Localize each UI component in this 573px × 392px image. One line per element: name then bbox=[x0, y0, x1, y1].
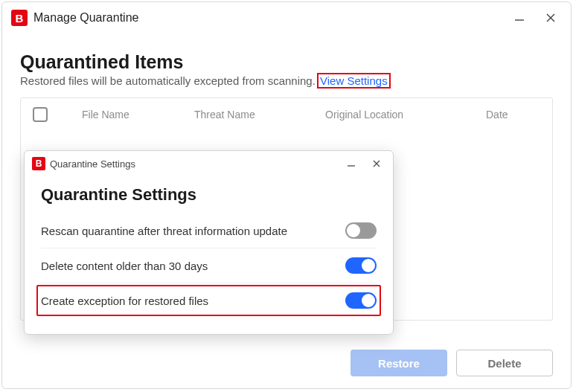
setting-label: Delete content older than 30 days bbox=[41, 260, 208, 272]
toggle-create-exception[interactable] bbox=[345, 292, 377, 309]
setting-rescan-quarantine: Rescan quarantine after threat informati… bbox=[41, 213, 377, 248]
close-button[interactable] bbox=[538, 8, 563, 28]
window-titlebar: B Manage Quarantine bbox=[2, 2, 571, 30]
toggle-rescan-quarantine[interactable] bbox=[345, 222, 377, 239]
modal-close-button[interactable] bbox=[366, 155, 387, 172]
view-settings-link[interactable]: View Settings bbox=[318, 74, 389, 87]
column-original-location: Original Location bbox=[325, 109, 459, 121]
modal-titlebar: B Quarantine Settings bbox=[25, 151, 393, 172]
column-threat-name: Threat Name bbox=[194, 109, 298, 121]
app-logo-icon: B bbox=[11, 10, 28, 26]
quarantine-settings-dialog: B Quarantine Settings Quarantine Setting… bbox=[24, 150, 394, 335]
subtitle-text: Restored files will be automatically exc… bbox=[20, 74, 316, 87]
app-logo-icon: B bbox=[32, 157, 45, 170]
window-title: Manage Quarantine bbox=[33, 11, 138, 25]
restore-button[interactable]: Restore bbox=[350, 350, 447, 376]
column-file-name: File Name bbox=[82, 109, 167, 121]
delete-button[interactable]: Delete bbox=[456, 350, 553, 376]
toggle-delete-older-content[interactable] bbox=[345, 257, 377, 274]
select-all-checkbox[interactable] bbox=[33, 107, 48, 122]
minimize-button[interactable] bbox=[507, 8, 532, 28]
modal-title: Quarantine Settings bbox=[50, 158, 135, 170]
section-heading: Quarantined Items bbox=[20, 51, 553, 73]
main-window: B Manage Quarantine Quarantined Items Re… bbox=[1, 1, 572, 389]
setting-delete-older-content: Delete content older than 30 days bbox=[41, 248, 377, 283]
modal-body: Quarantine Settings Rescan quarantine af… bbox=[25, 172, 393, 334]
modal-minimize-button[interactable] bbox=[341, 155, 362, 172]
modal-heading: Quarantine Settings bbox=[41, 185, 377, 205]
table-header-row: File Name Threat Name Original Location … bbox=[33, 107, 540, 122]
section-subtitle: Restored files will be automatically exc… bbox=[20, 74, 553, 87]
setting-label: Create exception for restored files bbox=[41, 295, 208, 307]
footer-actions: Restore Delete bbox=[350, 350, 553, 376]
setting-label: Rescan quarantine after threat informati… bbox=[41, 225, 287, 237]
column-date: Date bbox=[486, 109, 531, 121]
setting-create-exception: Create exception for restored files bbox=[41, 283, 377, 318]
